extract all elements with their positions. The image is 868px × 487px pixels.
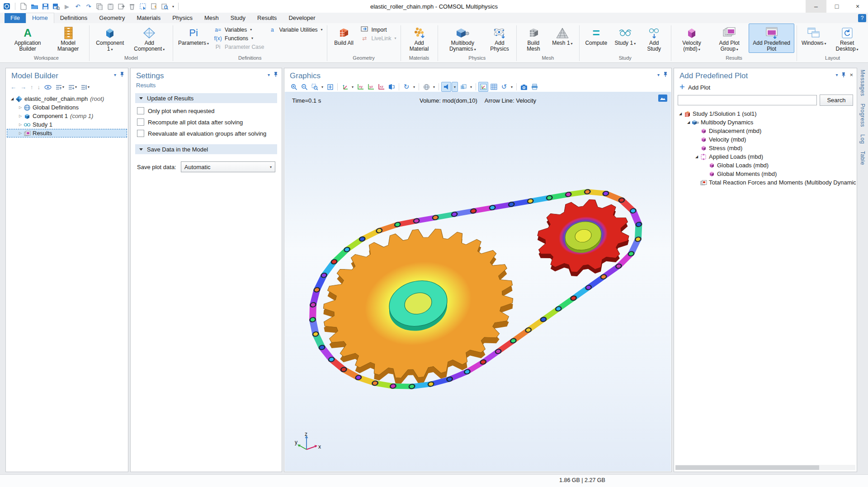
dropdown-caret[interactable]: ▾ [634, 42, 636, 46]
scene-settings-icon[interactable] [421, 82, 431, 92]
add-physics-button[interactable]: Add Physics [485, 24, 514, 53]
find-caret[interactable]: ▾ [172, 5, 174, 9]
help-button[interactable]: ? [858, 14, 866, 22]
tab-physics[interactable]: Physics [166, 13, 198, 23]
redo-icon[interactable]: ↷ [85, 2, 93, 10]
expand-all-icon[interactable]: ▾ [68, 85, 77, 90]
view-xy-icon[interactable]: xy [355, 82, 365, 92]
multibody-dynamics-button[interactable]: Multibody Dynamics▾ [440, 24, 485, 53]
variables-button[interactable]: a=Variables▾ [212, 25, 266, 34]
side-tab-messages[interactable]: Messages [859, 70, 866, 96]
scrollbar-thumb[interactable] [675, 465, 819, 470]
panel-menu-caret[interactable]: ▾ [114, 72, 116, 77]
velocity-mbd-button[interactable]: Velocity (mbd)▾ [674, 24, 710, 53]
scene-light-icon[interactable]: ↺ [499, 82, 509, 92]
view-yz-icon[interactable]: yz [366, 82, 376, 92]
search-input[interactable] [678, 95, 817, 105]
dropdown-caret[interactable]: ▾ [163, 47, 165, 52]
dropdown-caret[interactable]: ▾ [432, 85, 436, 89]
back-icon[interactable]: ← [10, 84, 16, 90]
zoom-in-icon[interactable] [289, 82, 299, 92]
section-collapse-icon[interactable] [139, 148, 143, 151]
tab-mesh[interactable]: Mesh [198, 13, 225, 23]
selection-mode-icon[interactable] [441, 82, 451, 92]
collapse-all-icon[interactable]: ▾ [56, 85, 64, 90]
expand-icon[interactable]: ◢ [678, 112, 683, 116]
print-icon[interactable] [529, 82, 539, 92]
new-file-icon[interactable] [19, 2, 28, 10]
tab-file[interactable]: File [5, 13, 26, 23]
checkbox-reevaluate-evaluation-groups[interactable]: Reevaluate all evaluation groups after s… [137, 130, 282, 137]
checkbox-recompute-all-plot-data[interactable]: Recompute all plot data after solving [137, 118, 282, 126]
checkbox-only-plot-when-requested[interactable]: Only plot when requested [137, 107, 282, 114]
panel-menu-caret[interactable]: ▾ [657, 72, 660, 77]
close-icon[interactable]: × [849, 71, 853, 78]
collapse-icon[interactable]: ▷ [18, 105, 23, 109]
tree-item-multibody-dynamics[interactable]: ◢ Multibody Dynamics [675, 118, 856, 127]
dropdown-caret[interactable]: ▾ [321, 28, 323, 32]
side-tab-table[interactable]: Table [859, 151, 866, 165]
zoom-out-icon[interactable] [299, 82, 309, 92]
add-plot-group-button[interactable]: Add Plot Group▾ [710, 24, 749, 53]
dropdown-caret[interactable]: ▾ [736, 47, 738, 52]
dropdown-caret[interactable]: ▾ [111, 47, 113, 52]
delete-icon[interactable] [128, 2, 136, 10]
tab-definitions[interactable]: Definitions [54, 13, 94, 23]
move-down-icon[interactable]: ↓ [38, 84, 41, 90]
study-1-button[interactable]: Study 1▾ [611, 24, 640, 47]
show-icon[interactable] [44, 85, 52, 90]
move-up-icon[interactable]: ↑ [30, 84, 33, 90]
search-button[interactable]: Search [820, 95, 853, 106]
tree-item-component-1[interactable]: ▷ Component 1 (comp 1) [7, 112, 127, 120]
tree-item-solution[interactable]: ◢ Study 1/Solution 1 (sol1) [675, 109, 856, 118]
run-icon[interactable]: ▶ [63, 2, 71, 10]
transparency-icon[interactable] [458, 82, 468, 92]
table-icon[interactable] [489, 82, 499, 92]
tree-item-global-definitions[interactable]: ▷ Global Definitions [7, 103, 127, 112]
default-view-icon[interactable] [340, 82, 350, 92]
build-all-button[interactable]: Build All [329, 24, 358, 47]
model-manager-button[interactable]: Model Manager [49, 24, 87, 53]
component-1-button[interactable]: Component 1▾ [92, 24, 128, 53]
close-button[interactable]: × [847, 0, 868, 13]
reset-desktop-button[interactable]: Reset Desktop▾ [828, 24, 866, 53]
tree-item-stress[interactable]: Stress (mbd) [675, 144, 856, 152]
collapse-icon[interactable]: ▷ [18, 114, 23, 118]
section-save-data-in-model[interactable]: Save Data in the Model [135, 144, 277, 154]
save-as-icon[interactable] [52, 2, 60, 10]
tree-item-total-reaction[interactable]: Total Reaction Forces and Moments (Multi… [675, 178, 856, 187]
dropdown-caret[interactable]: ▾ [350, 85, 355, 89]
node-order-icon[interactable]: ▾ [81, 85, 90, 90]
expand-icon[interactable]: ◢ [694, 155, 699, 159]
selection-mode-caret[interactable]: ▾ [452, 82, 458, 92]
view-xz-icon[interactable]: xz [376, 82, 386, 92]
dropdown-caret[interactable]: ▾ [474, 47, 476, 52]
tab-developer[interactable]: Developer [283, 13, 321, 23]
parameters-button[interactable]: Pi Parameters▾ [175, 24, 212, 47]
tree-item-displacement[interactable]: Displacement (mbd) [675, 127, 856, 135]
horizontal-scrollbar[interactable] [675, 465, 855, 470]
tab-geometry[interactable]: Geometry [93, 13, 131, 23]
functions-button[interactable]: f(x)Functions▾ [212, 34, 266, 43]
pin-icon[interactable] [663, 71, 668, 78]
save-plot-data-select[interactable]: Automatic ▾ [181, 161, 275, 172]
collapse-icon[interactable]: ▷ [18, 131, 23, 135]
pin-icon[interactable] [841, 72, 846, 78]
panel-menu-caret[interactable]: ▾ [835, 72, 838, 77]
add-predefined-plot-button[interactable]: Add Predefined Plot [749, 24, 794, 53]
plot-window-icon[interactable] [478, 82, 488, 92]
section-collapse-icon[interactable] [139, 97, 143, 99]
select-box-icon[interactable] [139, 2, 147, 10]
highlight-icon[interactable] [150, 2, 158, 10]
tree-item-root[interactable]: ◢ elastic_roller_chain.mph (root) [7, 95, 127, 103]
minimize-button[interactable]: – [806, 0, 826, 13]
dropdown-caret[interactable]: ▾ [857, 47, 859, 52]
dropdown-caret[interactable]: ▾ [469, 85, 473, 89]
import-button[interactable]: Import [358, 25, 398, 34]
pin-icon[interactable] [120, 71, 124, 78]
add-material-button[interactable]: Add Material [403, 24, 435, 53]
build-mesh-button[interactable]: Build Mesh [519, 24, 548, 53]
undo-icon[interactable]: ↶ [74, 2, 82, 10]
tree-item-results[interactable]: ▷ Results [7, 129, 127, 137]
dropdown-caret[interactable]: ▾ [251, 36, 253, 40]
